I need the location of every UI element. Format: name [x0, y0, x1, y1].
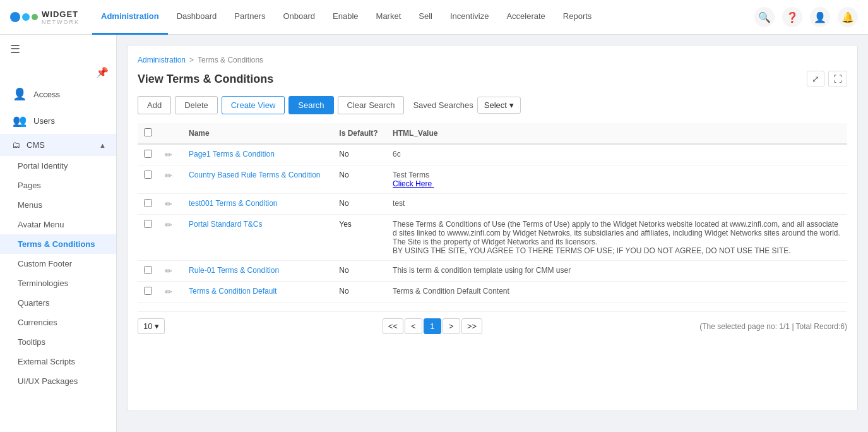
row-name-3: Portal Standard T&Cs	[182, 215, 333, 261]
page-size-select[interactable]: 10 ▾	[138, 318, 165, 334]
row-select-0[interactable]	[144, 150, 152, 158]
sidebar-sub-menus[interactable]: Menus	[0, 195, 116, 215]
edit-icon-4[interactable]: ✏	[165, 265, 176, 277]
sidebar-sub-external-scripts[interactable]: External Scripts	[0, 352, 116, 371]
sidebar-item-access-label: Access	[33, 90, 60, 99]
col-is-default: Is Default?	[333, 123, 386, 144]
row-edit-0[interactable]: ✏	[158, 144, 182, 165]
sidebar-sub-custom-footer[interactable]: Custom Footer	[0, 254, 116, 273]
row-name-link-1[interactable]: Country Based Rule Terms & Condition	[189, 171, 321, 179]
row-checkbox-1[interactable]	[138, 165, 158, 194]
main-card: Administration > Terms & Conditions View…	[127, 45, 858, 411]
row-name-link-0[interactable]: Page1 Terms & Condition	[189, 150, 275, 159]
delete-button[interactable]: Delete	[175, 96, 218, 114]
row-name-link-4[interactable]: Rule-01 Terms & Condition	[189, 266, 279, 275]
row-html-value-4: This is term & condition template using …	[386, 261, 847, 282]
row-name-link-2[interactable]: test001 Terms & Condition	[189, 199, 278, 208]
row-select-5[interactable]	[144, 287, 152, 295]
sidebar-cms-header[interactable]: 🗂 CMS ▲	[0, 134, 116, 156]
select-all-checkbox[interactable]	[144, 128, 152, 136]
page-last-button[interactable]: >>	[461, 318, 482, 334]
edit-icon-0[interactable]: ✏	[165, 148, 176, 161]
sidebar-sub-uiux-packages[interactable]: UI/UX Packages	[0, 371, 116, 391]
nav-dashboard[interactable]: Dashboard	[168, 0, 226, 35]
create-view-button[interactable]: Create View	[222, 96, 285, 114]
row-html-value-0: 6c	[386, 144, 847, 165]
nav-administration[interactable]: Administration	[92, 0, 168, 35]
row-checkbox-5[interactable]	[138, 282, 158, 303]
nav-accelerate[interactable]: Accelerate	[497, 0, 554, 35]
sidebar-item-users[interactable]: 👥 Users	[0, 107, 116, 134]
logo-text: WIDGET	[42, 9, 80, 19]
row-edit-4[interactable]: ✏	[158, 261, 182, 282]
sidebar-sub-quarters[interactable]: Quarters	[0, 293, 116, 313]
search-button[interactable]: Search	[288, 96, 333, 114]
nav-partners[interactable]: Partners	[225, 0, 274, 35]
page-next-button[interactable]: >	[443, 318, 460, 334]
breadcrumb-parent[interactable]: Administration	[138, 56, 186, 64]
row-checkbox-3[interactable]	[138, 215, 158, 261]
row-is-default-5: No	[333, 282, 386, 303]
saved-searches-label: Saved Searches	[413, 100, 473, 110]
sidebar-item-access[interactable]: 👤 Access	[0, 81, 116, 107]
row-checkbox-4[interactable]	[138, 261, 158, 282]
cms-label: CMS	[27, 140, 45, 150]
page-first-button[interactable]: <<	[383, 318, 403, 334]
sidebar-toggle[interactable]: ☰	[0, 35, 116, 64]
row-name-5: Terms & Condition Default	[182, 282, 333, 303]
logo: WIDGET NETWORK	[10, 9, 80, 25]
edit-icon-2[interactable]: ✏	[165, 198, 176, 210]
row-edit-1[interactable]: ✏	[158, 165, 182, 194]
logo-sub: NETWORK	[42, 19, 80, 25]
saved-searches-dropdown[interactable]: Select ▾	[477, 97, 521, 114]
row-edit-2[interactable]: ✏	[158, 194, 182, 215]
row-name-link-5[interactable]: Terms & Condition Default	[189, 287, 276, 296]
row-edit-3[interactable]: ✏	[158, 215, 182, 261]
sidebar-sub-terms-conditions[interactable]: Terms & Conditions	[0, 234, 116, 254]
search-button[interactable]: 🔍	[754, 7, 775, 27]
clear-search-button[interactable]: Clear Search	[338, 96, 405, 114]
sidebar-sub-avatar-menu[interactable]: Avatar Menu	[0, 215, 116, 234]
help-button[interactable]: ❓	[782, 7, 802, 27]
pin-icon[interactable]: 📌	[96, 66, 109, 78]
nav-market[interactable]: Market	[367, 0, 410, 35]
row-edit-5[interactable]: ✏	[158, 282, 182, 303]
nav-incentivize[interactable]: Incentivize	[441, 0, 497, 35]
row-html-value-2: test	[386, 194, 847, 215]
expand-icon[interactable]: ⤢	[807, 71, 824, 87]
page-prev-button[interactable]: <	[405, 318, 422, 334]
sidebar-sub-pages[interactable]: Pages	[0, 176, 116, 195]
sidebar: ☰ 📌 👤 Access 👥 Users 🗂 CMS ▲ Portal Iden…	[0, 35, 117, 432]
sidebar-sub-portal-identity[interactable]: Portal Identity	[0, 156, 116, 176]
page-current-button[interactable]: 1	[424, 318, 441, 334]
breadcrumb-separator: >	[189, 56, 194, 64]
row-checkbox-2[interactable]	[138, 194, 158, 215]
cms-chevron-icon: ▲	[99, 141, 106, 149]
sidebar-sub-terminologies[interactable]: Terminologies	[0, 273, 116, 293]
fullscreen-icon[interactable]: ⛶	[828, 71, 847, 87]
table-row: ✏ Portal Standard T&Cs Yes These Terms &…	[138, 215, 847, 261]
col-html-value: HTML_Value	[386, 123, 847, 144]
row-select-1[interactable]	[144, 171, 152, 179]
edit-icon-1[interactable]: ✏	[165, 169, 176, 182]
row-select-3[interactable]	[144, 220, 152, 228]
main-layout: ☰ 📌 👤 Access 👥 Users 🗂 CMS ▲ Portal Iden…	[0, 35, 868, 432]
row-select-2[interactable]	[144, 199, 152, 207]
col-checkbox	[138, 123, 158, 144]
nav-enable[interactable]: Enable	[324, 0, 367, 35]
nav-onboard[interactable]: Onboard	[274, 0, 324, 35]
row-name-link-3[interactable]: Portal Standard T&Cs	[189, 220, 263, 229]
user-profile-button[interactable]: 👤	[810, 7, 830, 27]
row-select-4[interactable]	[144, 266, 152, 274]
row-is-default-3: Yes	[333, 215, 386, 261]
notifications-button[interactable]: 🔔	[838, 7, 858, 27]
sidebar-sub-tooltips[interactable]: Tooltips	[0, 332, 116, 352]
logo-circle-3	[32, 14, 38, 20]
edit-icon-3[interactable]: ✏	[165, 219, 176, 231]
row-checkbox-0[interactable]	[138, 144, 158, 165]
nav-reports[interactable]: Reports	[554, 0, 601, 35]
sidebar-sub-currencies[interactable]: Currencies	[0, 313, 116, 332]
nav-sell[interactable]: Sell	[410, 0, 441, 35]
add-button[interactable]: Add	[138, 96, 171, 114]
edit-icon-5[interactable]: ✏	[165, 285, 176, 298]
